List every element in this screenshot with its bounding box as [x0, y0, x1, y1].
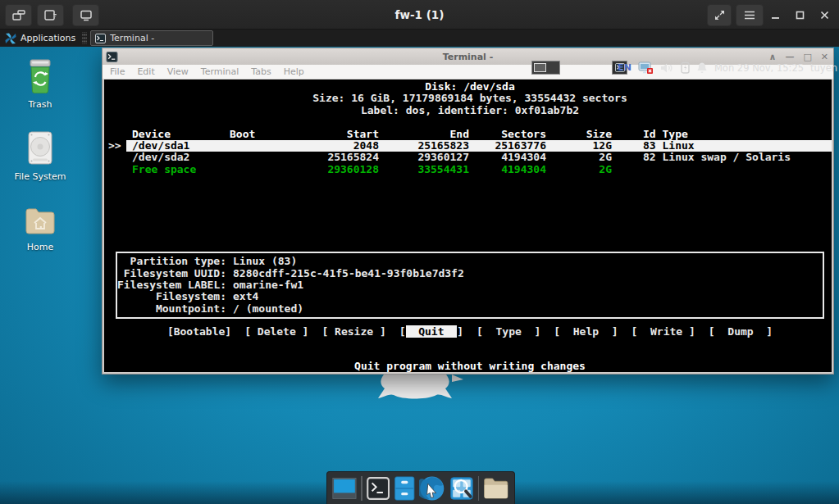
detail-value: / (mounted): [226, 303, 303, 315]
notification-bell-icon[interactable]: [696, 61, 708, 74]
panel-handle[interactable]: [82, 32, 87, 44]
col-device: Device: [126, 129, 218, 140]
applications-logo-icon: [5, 33, 16, 44]
col-end: End: [379, 129, 469, 140]
vm-menu-button[interactable]: [736, 4, 764, 26]
type-button[interactable]: [ Type ]: [476, 326, 540, 338]
menu-help[interactable]: Help: [284, 66, 304, 77]
desktop-icon-trash[interactable]: Trash: [8, 59, 72, 110]
desktop-icon-home[interactable]: Home: [8, 207, 72, 252]
cfdisk-disk-title: Disk: /dev/sda: [108, 81, 832, 93]
menu-edit[interactable]: Edit: [137, 66, 154, 77]
panel-username[interactable]: tuyen: [810, 62, 837, 74]
detail-label: Mountpoint:: [117, 303, 226, 315]
detail-label: Filesystem:: [117, 291, 226, 302]
cfdisk-status-line: Quit program without writing changes: [108, 361, 832, 372]
menu-tabs[interactable]: Tabs: [251, 66, 271, 77]
vm-close-button[interactable]: [814, 7, 835, 23]
dock-separator: [361, 476, 363, 501]
pager-window-preview: [534, 63, 546, 72]
detail-value: ext4: [226, 291, 258, 302]
desktop-icon-label: Home: [8, 242, 72, 252]
cfdisk-disk-label: Label: dos, identifier: 0xf01ab7b2: [108, 105, 832, 116]
terminal-window: Terminal - ∧ — □ ✕ File Edit View Termin…: [102, 48, 834, 375]
col-start: Start: [264, 129, 379, 140]
resize-button[interactable]: [ Resize ]: [321, 326, 385, 338]
maximize-icon: [796, 11, 805, 20]
cfdisk-screen[interactable]: Disk: /dev/sda Size: 16 GiB, 17179869184…: [104, 79, 832, 372]
partition-row-sda1[interactable]: >> /dev/sda1 2048 25165823 25163776 12G …: [108, 140, 832, 152]
panel-clock[interactable]: Mon 29 Nov, 15:25: [714, 62, 804, 74]
partition-details-box: Partition type:Linux (83) Filesystem UUI…: [116, 252, 824, 319]
taskbar-terminal-button[interactable]: Terminal -: [90, 30, 213, 46]
quit-button[interactable]: [ Quit ]: [399, 326, 463, 338]
vm-fullscreen-button[interactable]: [707, 4, 732, 26]
vm-minimize-button[interactable]: [764, 7, 786, 23]
dump-button[interactable]: [ Dump ]: [709, 326, 773, 338]
detail-value: Linux (83): [226, 256, 297, 267]
workspace-pager[interactable]: [531, 61, 560, 75]
home-folder-icon: [24, 207, 57, 236]
network-offline-icon[interactable]: [638, 61, 654, 75]
vm-maximize-button[interactable]: [789, 7, 810, 23]
desktop-icon-label: File System: [8, 171, 72, 182]
partition-row-free-space[interactable]: Free space 29360128 33554431 4194304 2G: [108, 164, 832, 175]
detail-value: omarine-fw1: [226, 279, 303, 291]
workspace-screen-icon[interactable]: [332, 475, 357, 502]
selection-marker: >>: [108, 140, 126, 152]
hard-drive-icon: [25, 131, 55, 166]
detail-value: 8280cdff-215c-41f5-be41-93f0b1e7d3f2: [226, 268, 464, 279]
hamburger-menu-icon: [744, 11, 755, 20]
terminal-icon[interactable]: [367, 474, 390, 502]
terminal-icon: [106, 52, 118, 62]
col-boot: Boot: [218, 129, 264, 140]
app-finder-icon[interactable]: [449, 474, 474, 503]
folder-icon[interactable]: [483, 474, 509, 502]
applications-menu-button[interactable]: Applications: [0, 30, 80, 47]
menu-terminal[interactable]: Terminal: [201, 66, 239, 77]
power-manager-icon[interactable]: [681, 61, 690, 74]
volume-icon[interactable]: [660, 62, 674, 74]
close-icon: [820, 11, 829, 20]
keyboard-layout-indicator[interactable]: EN: [618, 62, 632, 73]
col-sectors: Sectors: [469, 129, 546, 140]
delete-button[interactable]: [ Delete ]: [244, 326, 308, 338]
system-tray: EN Mon 29 Nov, 15:25 tuyen: [618, 59, 839, 76]
partition-row-sda2[interactable]: /dev/sda2 25165824 29360127 4194304 2G 8…: [108, 152, 832, 163]
bootable-button[interactable]: [Bootable]: [167, 326, 231, 338]
xfce-top-panel: Applications Terminal - EN: [0, 30, 839, 47]
trash-icon: [25, 59, 56, 93]
desktop-icon-file-system[interactable]: File System: [8, 131, 72, 182]
cfdisk-menu: [Bootable] [ Delete ] [ Resize ] [ Quit …: [108, 326, 832, 338]
fullscreen-icon: [714, 10, 725, 20]
col-size: Size: [546, 129, 612, 140]
menu-view[interactable]: View: [167, 66, 189, 77]
applications-label: Applications: [21, 33, 75, 43]
file-cabinet-icon[interactable]: [394, 474, 416, 503]
web-browser-icon[interactable]: [419, 473, 445, 504]
help-button[interactable]: [ Help ]: [554, 326, 618, 338]
desktop-icon-label: Trash: [8, 99, 72, 110]
xfce-mouse-logo: [371, 375, 471, 404]
vm-window-titlebar: fw-1 (1): [0, 0, 839, 30]
terminal-icon: [95, 34, 106, 43]
detail-label: Filesystem LABEL:: [117, 279, 226, 291]
dock-separator: [478, 476, 480, 501]
col-idtype: Id Type: [612, 129, 832, 140]
write-button[interactable]: [ Write ]: [632, 326, 695, 338]
menu-file[interactable]: File: [110, 66, 125, 77]
taskbar-button-label: Terminal -: [110, 33, 154, 43]
cfdisk-disk-size: Size: 16 GiB, 17179869184 bytes, 3355443…: [108, 93, 832, 104]
bottom-dock: [326, 471, 515, 504]
minimize-icon: [771, 11, 780, 20]
detail-label: Filesystem UUID:: [117, 268, 226, 279]
detail-label: Partition type:: [117, 256, 226, 267]
partition-table-header: Device Boot Start End Sectors Size Id Ty…: [108, 129, 832, 140]
